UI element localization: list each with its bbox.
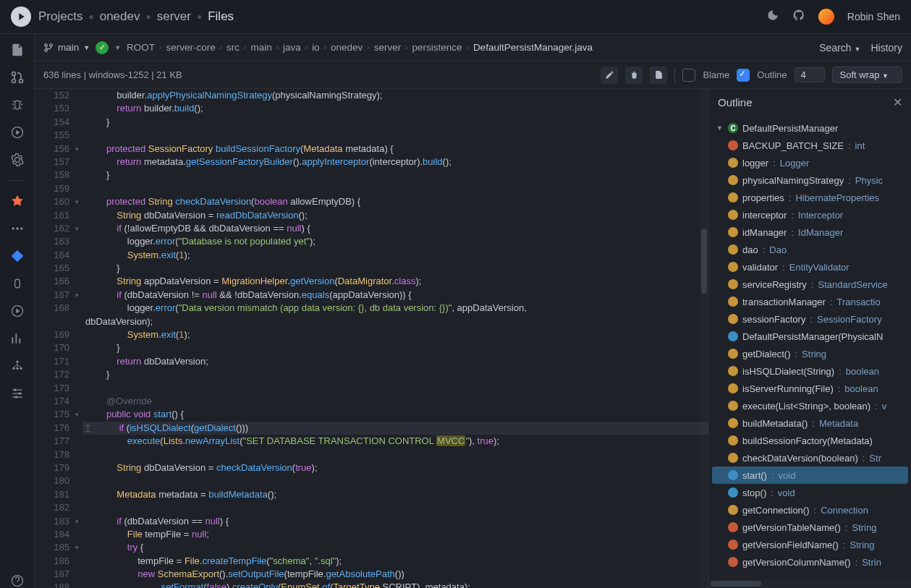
scroll-thumb[interactable]	[711, 581, 761, 587]
indent-input[interactable]	[795, 67, 825, 82]
outline-item[interactable]: logger : Logger	[709, 154, 911, 171]
path-seg[interactable]: src	[226, 42, 240, 53]
outline-item[interactable]: BACKUP_BATCH_SIZE : int	[709, 137, 911, 154]
delete-button[interactable]	[625, 67, 643, 84]
pipeline-icon[interactable]	[10, 125, 25, 140]
bug-icon[interactable]	[10, 98, 25, 112]
chevron-down-icon[interactable]: ▼	[114, 44, 121, 51]
outline-horizontal-scrollbar[interactable]	[709, 579, 911, 588]
path-seg[interactable]: server	[374, 42, 402, 53]
avatar[interactable]	[818, 9, 834, 25]
files-icon[interactable]	[10, 43, 25, 57]
diamond-icon[interactable]	[10, 249, 25, 263]
outline-item[interactable]: idManager : IdManager	[709, 223, 911, 241]
outline-item-type: Strin	[862, 557, 881, 568]
outline-item[interactable]: validator : EntityValidator	[709, 258, 911, 276]
outline-header: Outline ✕	[709, 89, 911, 116]
path-seg[interactable]: io	[312, 42, 320, 53]
history-link[interactable]: History	[870, 42, 902, 54]
outline-item[interactable]: physicalNamingStrategy : Physic	[709, 171, 911, 189]
outline-item[interactable]: stop() : void	[709, 484, 911, 501]
outline-item[interactable]: getConnection() : Connection	[709, 501, 911, 519]
svg-point-8	[20, 367, 22, 370]
path-seg[interactable]: server-core	[166, 42, 215, 53]
play-icon[interactable]	[10, 304, 25, 318]
outline-item-name: physicalNamingStrategy	[742, 175, 844, 186]
outline-item[interactable]: DefaultPersistManager(PhysicalN	[709, 328, 911, 345]
help-icon[interactable]	[10, 574, 25, 588]
chevron-down-icon: ▼	[83, 44, 90, 51]
pull-request-icon[interactable]	[10, 70, 25, 85]
member-badge-icon	[728, 522, 738, 532]
tree-icon[interactable]	[10, 359, 25, 373]
outline-item[interactable]: execute(List<String>, boolean) : v	[709, 397, 911, 414]
outline-item[interactable]: buildSessionFactory(Metadata)	[709, 432, 911, 449]
app-logo[interactable]	[11, 7, 31, 27]
code-editor[interactable]: 1521531541551561571581591601611621631641…	[35, 89, 708, 588]
outline-item[interactable]: serviceRegistry : StandardService	[709, 276, 911, 293]
bug2-icon[interactable]	[10, 276, 25, 291]
outline-item-name: interceptor	[742, 210, 787, 221]
outline-item[interactable]: sessionFactory : SessionFactory	[709, 310, 911, 328]
outline-item-type: boolean	[846, 366, 879, 377]
username[interactable]: Robin Shen	[847, 11, 900, 22]
outline-item[interactable]: getVersionFieldName() : String	[709, 536, 911, 553]
outline-item[interactable]: isHSQLDialect(String) : boolean	[709, 362, 911, 380]
outline-root[interactable]: ▼ C DefaultPersistManager	[709, 119, 911, 137]
outline-item-name: getVersionColumnName()	[742, 557, 851, 568]
path-seg[interactable]: onedev	[331, 42, 363, 53]
settings-icon[interactable]	[10, 153, 25, 167]
crumb-files[interactable]: Files	[208, 9, 234, 24]
outline-item[interactable]: properties : HibernateProperties	[709, 189, 911, 206]
outline-item-name: getVersionFieldName()	[742, 540, 839, 550]
crumb-onedev[interactable]: onedev	[100, 9, 140, 24]
path-seg[interactable]: java	[283, 42, 301, 53]
raw-button[interactable]	[650, 67, 667, 84]
fold-column[interactable]: ▾▾▾▾▾▾▾▾	[75, 89, 82, 588]
build-status[interactable]: ✓	[96, 41, 109, 54]
more-icon[interactable]	[10, 221, 25, 236]
svg-point-2	[16, 227, 18, 229]
path-actions: Search ▼ History	[819, 42, 902, 54]
blame-toggle[interactable]	[682, 69, 695, 82]
wrap-select[interactable]: Soft wrap ▼	[832, 67, 902, 83]
outline-item[interactable]: interceptor : Interceptor	[709, 206, 911, 223]
outline-item-name: getConnection()	[742, 505, 810, 516]
crumb-server[interactable]: server	[157, 9, 191, 24]
twisty-icon[interactable]: ▼	[716, 124, 724, 132]
member-badge-icon	[728, 505, 738, 515]
branch-selector[interactable]: main ▼	[43, 42, 90, 53]
path-seg[interactable]: persistence	[412, 42, 462, 53]
scroll-thumb[interactable]	[701, 229, 707, 294]
projects-link[interactable]: Projects	[38, 9, 82, 24]
member-badge-icon	[728, 453, 738, 463]
github-icon[interactable]	[792, 9, 805, 25]
outline-item-type: Physic	[855, 175, 883, 186]
path-root[interactable]: ROOT	[127, 42, 155, 53]
outline-item-type: StandardService	[818, 279, 887, 290]
rocket-icon[interactable]	[10, 194, 25, 208]
sliders-icon[interactable]	[10, 386, 25, 401]
outline-item[interactable]: dao : Dao	[709, 241, 911, 258]
outline-body[interactable]: ▼ C DefaultPersistManager BACKUP_BATCH_S…	[709, 116, 911, 579]
code-area[interactable]: builder.applyPhysicalNamingStrategy(phys…	[82, 89, 708, 588]
svg-point-5	[16, 361, 18, 363]
outline-item[interactable]: getVersionTableName() : String	[709, 519, 911, 536]
outline-item[interactable]: getDialect() : String	[709, 345, 911, 362]
path-seg[interactable]: main	[250, 42, 271, 53]
stats-icon[interactable]	[10, 331, 25, 346]
outline-item[interactable]: checkDataVersion(boolean) : Str	[709, 449, 911, 466]
close-icon[interactable]: ✕	[893, 95, 902, 109]
svg-point-10	[18, 392, 20, 394]
search-link[interactable]: Search ▼	[819, 42, 860, 54]
edit-button[interactable]	[601, 67, 618, 84]
vertical-scrollbar[interactable]	[700, 89, 708, 588]
outline-toggle[interactable]	[737, 69, 750, 82]
outline-item[interactable]: getVersionColumnName() : Strin	[709, 553, 911, 571]
theme-icon[interactable]	[766, 9, 779, 25]
outline-item[interactable]: isServerRunning(File) : boolean	[709, 380, 911, 397]
outline-item[interactable]: buildMetadata() : Metadata	[709, 414, 911, 432]
outline-item-name: transactionManager	[742, 297, 826, 307]
outline-item[interactable]: transactionManager : Transactio	[709, 293, 911, 310]
outline-item[interactable]: start() : void	[712, 466, 908, 484]
